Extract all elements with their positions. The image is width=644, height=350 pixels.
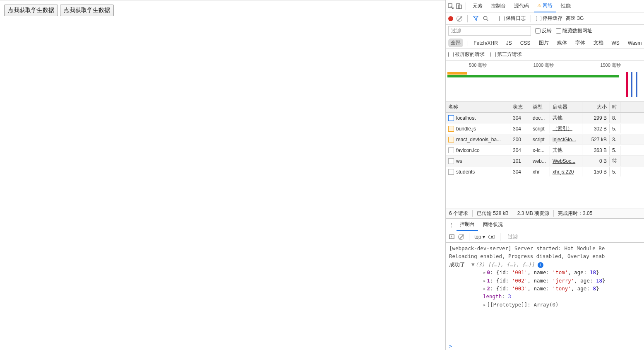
drawer-tab-console[interactable]: 控制台 — [457, 218, 478, 231]
clear-console-icon[interactable] — [458, 234, 464, 240]
console-log-line[interactable]: 成功了 ▼(3) [{…}, {…}, {…}] i — [449, 261, 641, 268]
info-icon[interactable]: i — [538, 262, 543, 268]
invert-checkbox[interactable]: 反转 — [535, 27, 552, 34]
expand-arrow-icon[interactable]: ▸ — [483, 269, 486, 275]
filter-media[interactable]: 媒体 — [555, 39, 570, 47]
file-icon — [448, 126, 454, 132]
third-party-checkbox[interactable]: 第三方请求 — [490, 51, 522, 58]
filter-img[interactable]: 图片 — [536, 39, 551, 47]
expand-arrow-icon[interactable]: ▸ — [483, 278, 486, 284]
console-array-length: length: 3 — [449, 292, 641, 300]
expand-arrow-icon[interactable]: ▸ — [483, 285, 486, 292]
console-drawer-tabs: ⋮ 控制台 网络状况 — [446, 219, 644, 231]
file-icon — [448, 115, 454, 121]
filter-font[interactable]: 字体 — [573, 39, 588, 47]
svg-rect-1 — [457, 4, 460, 9]
console-log-line: [webpack-dev-server] Server started: Hot… — [449, 244, 641, 252]
record-icon[interactable] — [448, 16, 453, 21]
preserve-log-checkbox[interactable]: 保留日志 — [499, 15, 526, 22]
col-time[interactable]: 时 — [610, 102, 620, 112]
throttle-select[interactable]: 高速 3G — [566, 15, 584, 22]
network-request-row[interactable]: students304xhrxhr.js:220150 B5. — [446, 167, 644, 177]
network-toolbar: 保留日志 停用缓存 高速 3G — [446, 12, 644, 25]
tab-elements[interactable]: 元素 — [469, 0, 486, 12]
file-icon — [448, 147, 454, 153]
console-array-item[interactable]: ▸1: {id: '002', name: 'jerry', age: 18} — [449, 277, 641, 285]
col-size[interactable]: 大小 — [582, 102, 610, 112]
tab-console[interactable]: 控制台 — [488, 0, 509, 12]
expand-arrow-icon[interactable]: ▼ — [471, 261, 475, 268]
network-table-body: localhost304doc...其他299 B8.bundle.js304s… — [446, 113, 644, 208]
network-request-row[interactable]: ws101web...WebSoc...0 B待 — [446, 156, 644, 167]
page-content: 点我获取学生数据 点我获取学生数据 — [0, 0, 445, 350]
status-resources: 2.3 MB 项资源 — [517, 210, 549, 217]
status-request-count: 6 个请求 — [449, 210, 468, 217]
filter-doc[interactable]: 文档 — [591, 39, 606, 47]
context-select[interactable]: top ▾ — [474, 234, 485, 240]
disable-cache-checkbox[interactable]: 停用缓存 — [536, 15, 562, 22]
filter-js[interactable]: JS — [504, 39, 514, 47]
search-icon[interactable] — [482, 15, 489, 22]
inspect-element-icon[interactable] — [447, 3, 454, 10]
devtools-panel: 元素 控制台 源代码 网络 性能 保留日志 停用缓存 高速 3G 过滤 反转 隐… — [445, 0, 644, 350]
filter-icon[interactable] — [473, 15, 479, 22]
console-log-line: Reloading enabled, Progress disabled, Ov… — [449, 252, 641, 260]
svg-point-3 — [483, 16, 487, 19]
expand-arrow-icon[interactable]: ▸ — [483, 302, 486, 308]
console-sidebar-toggle-icon[interactable] — [448, 234, 455, 240]
file-icon — [448, 137, 454, 142]
status-transferred: 已传输 528 kB — [477, 210, 509, 217]
separator — [531, 15, 531, 22]
console-output: [webpack-dev-server] Server started: Hot… — [446, 243, 644, 343]
timeline-tick: 500 毫秒 — [469, 62, 487, 68]
status-finish: 完成用时：3.05 — [558, 210, 592, 217]
live-expression-icon[interactable] — [488, 235, 495, 239]
devtools-main-tabs: 元素 控制台 源代码 网络 性能 — [446, 0, 644, 12]
tab-sources[interactable]: 源代码 — [511, 0, 532, 12]
get-student-data-button-2[interactable]: 点我获取学生数据 — [60, 5, 114, 16]
network-status-bar: 6 个请求 已传输 528 kB 2.3 MB 项资源 完成用时：3.05 — [446, 208, 644, 219]
col-type[interactable]: 类型 — [530, 102, 550, 112]
tab-performance[interactable]: 性能 — [557, 0, 574, 12]
filter-css[interactable]: CSS — [518, 39, 533, 47]
console-prompt[interactable]: > — [446, 343, 644, 350]
console-array-item[interactable]: ▸2: {id: '003', name: 'tony', age: 8} — [449, 285, 641, 292]
separator — [467, 15, 468, 22]
filter-fetch-xhr[interactable]: Fetch/XHR — [471, 39, 500, 47]
tab-network[interactable]: 网络 — [534, 0, 556, 12]
file-icon — [448, 169, 454, 175]
filter-wasm[interactable]: Wasm — [625, 39, 644, 47]
console-filter-input[interactable]: 过滤 — [505, 232, 547, 241]
col-status[interactable]: 状态 — [510, 102, 530, 112]
timeline-overview[interactable]: 500 毫秒 1000 毫秒 1500 毫秒 — [446, 60, 644, 102]
filter-bar: 过滤 反转 隐藏数据网址 — [446, 25, 644, 37]
timeline-tick: 1000 毫秒 — [533, 62, 554, 68]
hide-data-urls-checkbox[interactable]: 隐藏数据网址 — [556, 27, 592, 34]
file-icon — [448, 158, 454, 164]
network-table-header: 名称 状态 类型 启动器 大小 时 — [446, 102, 644, 113]
request-type-filters: 全部 | Fetch/XHR JS CSS 图片 媒体 字体 文档 WS Was… — [446, 37, 644, 49]
network-request-row[interactable]: bundle.js304script（索引）302 B5. — [446, 123, 644, 134]
console-array-proto[interactable]: ▸[[Prototype]]: Array(0) — [449, 301, 641, 309]
col-initiator[interactable]: 启动器 — [550, 102, 582, 112]
more-icon[interactable]: ⋮ — [448, 222, 455, 228]
filter-input[interactable]: 过滤 — [448, 26, 531, 36]
blocked-requests-checkbox[interactable]: 被屏蔽的请求 — [448, 51, 485, 58]
clear-icon[interactable] — [457, 16, 462, 22]
get-student-data-button-1[interactable]: 点我获取学生数据 — [4, 5, 58, 16]
network-request-row[interactable]: localhost304doc...其他299 B8. — [446, 113, 644, 123]
extra-filters: 被屏蔽的请求 第三方请求 — [446, 49, 644, 60]
network-request-row[interactable]: favicon.ico304x-ic...其他363 B5. — [446, 145, 644, 156]
separator — [466, 2, 466, 10]
col-name[interactable]: 名称 — [446, 102, 510, 112]
filter-all[interactable]: 全部 — [448, 39, 463, 47]
drawer-tab-network-conditions[interactable]: 网络状况 — [480, 219, 506, 231]
console-array-item[interactable]: ▸0: {id: '001', name: 'tom', age: 18} — [449, 268, 641, 276]
console-toolbar: top ▾ 过滤 — [446, 231, 644, 243]
filter-ws[interactable]: WS — [609, 39, 622, 47]
network-request-row[interactable]: react_devtools_ba...200scriptinjectGlo..… — [446, 134, 644, 145]
separator — [494, 15, 494, 22]
timeline-tick: 1500 毫秒 — [600, 62, 621, 68]
device-toolbar-icon[interactable] — [456, 3, 462, 10]
